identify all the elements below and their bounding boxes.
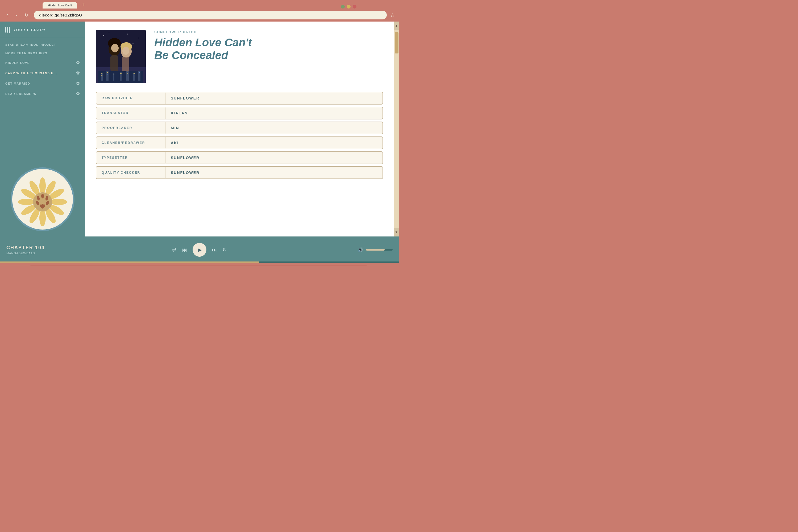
- sidebar-item-label: GET MARRIED: [5, 82, 30, 85]
- forward-button[interactable]: ›: [13, 11, 19, 19]
- scrollbar-down-button[interactable]: ▼: [394, 228, 399, 236]
- status-message: MAKE SURE TO SUPPORT THE ORIGINAL ARTIST…: [27, 266, 370, 266]
- sidebar-item-carp[interactable]: CARP WITH A THOUSAND E... ✿: [0, 68, 85, 78]
- credit-row-typesetter: TYPESETTER SUNFLOWER: [96, 151, 383, 164]
- sidebar-title: YOUR LIBRARY: [13, 28, 46, 32]
- library-icon: [5, 27, 10, 33]
- sidebar-item-get-married[interactable]: GET MARRIED ✿: [0, 78, 85, 89]
- sidebar-item-label: MORE THAN BROTHERS: [5, 52, 48, 55]
- svg-rect-55: [139, 72, 140, 73]
- scrollbar: ▲ ▼: [394, 22, 399, 236]
- svg-point-35: [122, 47, 129, 55]
- sunflower-svg: [16, 173, 69, 226]
- chapter-source: MANGADEX/BATO: [6, 252, 54, 255]
- maximize-button[interactable]: [347, 5, 350, 8]
- svg-rect-36: [110, 55, 118, 71]
- svg-rect-52: [127, 72, 128, 72]
- play-button[interactable]: ▶: [193, 243, 206, 257]
- credit-value-qc: SUNFLOWER: [166, 167, 205, 178]
- cover-art: [96, 30, 146, 83]
- svg-rect-50: [114, 74, 114, 75]
- svg-point-34: [111, 44, 119, 52]
- manga-cover: [96, 30, 146, 83]
- volume-area: 🔊: [345, 247, 393, 253]
- manga-header: SUNFLOWER PATCH Hidden Love Can't Be Con…: [96, 30, 383, 83]
- manga-title: Hidden Love Can't Be Concealed: [154, 36, 383, 62]
- credit-row-proofreader: PROOFREADER MIN: [96, 121, 383, 134]
- main-content: SUNFLOWER PATCH Hidden Love Can't Be Con…: [85, 22, 394, 236]
- player-bar: CHAPTER 104 MANGADEX/BATO ⇄ ⏮ ▶ ⏭ ↻ 🔊: [0, 236, 399, 263]
- bookmark-button[interactable]: ☆: [390, 12, 395, 18]
- back-button[interactable]: ‹: [4, 11, 10, 19]
- sidebar-item-dear-dreamers[interactable]: DEAR DREAMERS ✿: [0, 89, 85, 99]
- credit-label-qc: QUALITY CHECKER: [96, 167, 166, 178]
- svg-point-28: [133, 43, 134, 44]
- svg-rect-47: [101, 75, 102, 76]
- close-button[interactable]: [353, 5, 357, 8]
- manga-title-line2: Be Concealed: [154, 49, 228, 61]
- scrollbar-up-button[interactable]: ▲: [394, 22, 399, 30]
- volume-fill: [366, 249, 385, 251]
- credit-value-raw: SUNFLOWER: [166, 92, 205, 104]
- scrollbar-thumb[interactable]: [395, 32, 398, 54]
- svg-rect-54: [134, 73, 135, 74]
- volume-icon: 🔊: [358, 247, 363, 253]
- svg-rect-53: [127, 73, 128, 74]
- previous-button[interactable]: ⏮: [182, 247, 187, 253]
- svg-rect-46: [101, 73, 102, 74]
- window-controls: [341, 5, 357, 8]
- manga-info: SUNFLOWER PATCH Hidden Love Can't Be Con…: [154, 30, 383, 83]
- shuffle-button[interactable]: ⇄: [172, 247, 177, 253]
- status-bar: ☰ 🔍 MAKE SURE TO SUPPORT THE ORIGINAL AR…: [0, 263, 399, 266]
- new-tab-button[interactable]: +: [78, 2, 88, 8]
- refresh-button[interactable]: ↻: [22, 11, 31, 19]
- credit-label-raw: RAW PROVIDER: [96, 93, 166, 104]
- repeat-button[interactable]: ↻: [222, 247, 227, 253]
- svg-point-23: [103, 35, 104, 36]
- minimize-button[interactable]: [341, 5, 345, 8]
- tab-label: Hidden Love Can't: [48, 4, 72, 7]
- sidebar-header: YOUR LIBRARY: [0, 22, 85, 37]
- credit-row-raw: RAW PROVIDER SUNFLOWER: [96, 92, 383, 104]
- svg-rect-51: [120, 73, 121, 74]
- browser-content: YOUR LIBRARY STAR DREAM IDOL PROJECT MOR…: [0, 22, 399, 236]
- svg-point-0: [39, 177, 46, 194]
- credit-label-proofreader: PROOFREADER: [96, 122, 166, 134]
- flower-icon: ✿: [76, 91, 80, 96]
- svg-point-14: [41, 194, 44, 198]
- sidebar-item-star-dream[interactable]: STAR DREAM IDOL PROJECT: [0, 40, 85, 49]
- svg-point-26: [138, 38, 138, 38]
- credit-value-translator: XIALAN: [166, 107, 193, 119]
- sidebar-item-label: STAR DREAM IDOL PROJECT: [5, 43, 56, 46]
- svg-rect-48: [107, 72, 108, 73]
- tab-active[interactable]: Hidden Love Can't: [42, 2, 77, 8]
- volume-bar[interactable]: [366, 249, 393, 251]
- svg-point-6: [39, 209, 46, 226]
- navigation-bar: ‹ › ↻ ☆: [0, 8, 399, 22]
- svg-point-3: [50, 199, 67, 205]
- sidebar-item-hidden-love[interactable]: HIDDEN LOVE ✿: [0, 57, 85, 68]
- address-bar[interactable]: [34, 11, 387, 19]
- player-controls: ⇄ ⏮ ▶ ⏭ ↻: [60, 243, 339, 257]
- flower-icon: ✿: [76, 71, 80, 76]
- svg-rect-49: [107, 74, 108, 75]
- progress-bar[interactable]: [0, 262, 399, 263]
- credit-row-cleaner: CLEANER/REDRAWER AKI: [96, 136, 383, 149]
- sidebar-logo: [5, 162, 80, 236]
- cover-svg: [96, 30, 146, 83]
- credit-row-translator: TRANSLATOR XIALAN: [96, 107, 383, 119]
- tab-bar: Hidden Love Can't +: [0, 0, 399, 8]
- sidebar-item-more-than[interactable]: MORE THAN BROTHERS: [0, 49, 85, 57]
- svg-point-25: [128, 34, 128, 35]
- credit-label-typesetter: TYPESETTER: [96, 152, 166, 163]
- svg-point-29: [141, 46, 141, 46]
- group-name: SUNFLOWER PATCH: [154, 30, 383, 34]
- sidebar-item-label: CARP WITH A THOUSAND E...: [5, 72, 57, 75]
- chapter-title: CHAPTER 104: [6, 245, 54, 251]
- next-button[interactable]: ⏭: [212, 247, 217, 253]
- flower-icon: ✿: [76, 60, 80, 65]
- chapter-info: CHAPTER 104 MANGADEX/BATO: [6, 245, 54, 255]
- sidebar-list: STAR DREAM IDOL PROJECT MORE THAN BROTHE…: [0, 37, 85, 162]
- svg-point-27: [109, 33, 109, 33]
- credit-value-cleaner: AKI: [166, 137, 184, 149]
